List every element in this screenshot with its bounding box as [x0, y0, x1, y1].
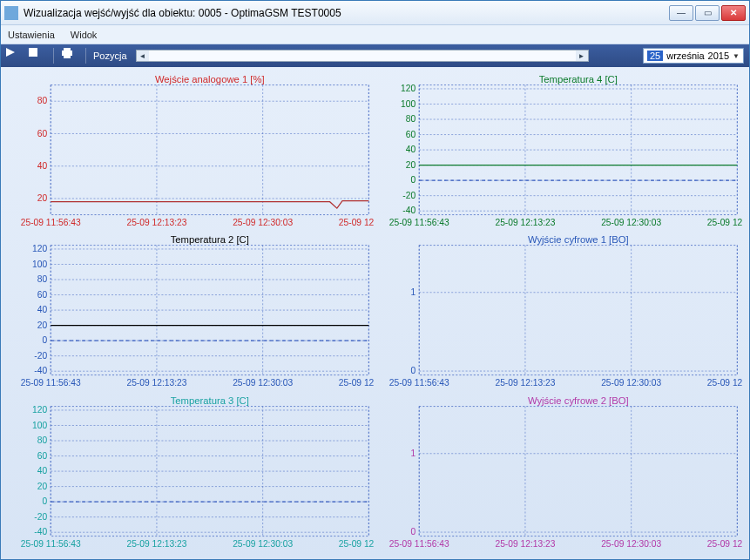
date-day: 25	[647, 51, 663, 61]
svg-text:Temperatura 2 [C]: Temperatura 2 [C]	[171, 235, 249, 246]
svg-rect-4	[64, 55, 71, 58]
toolbar: Pozycja ◄ ► 25 września 2015 ▼	[1, 44, 749, 67]
svg-text:Wejście analogowe 1 [%]: Wejście analogowe 1 [%]	[155, 74, 265, 84]
scroll-left-icon[interactable]: ◄	[137, 51, 149, 61]
svg-text:-20: -20	[34, 511, 47, 521]
svg-text:80: 80	[37, 274, 48, 284]
svg-text:25-09 12:13:23: 25-09 12:13:23	[126, 539, 186, 549]
chart-ch5[interactable]: 01Wyjście cyfrowe 2 [BO]25-09 11:56:4325…	[376, 394, 743, 552]
toolbar-separator	[53, 48, 54, 64]
play-button[interactable]	[6, 48, 24, 64]
svg-text:-20: -20	[402, 191, 416, 200]
play-icon	[6, 48, 24, 64]
svg-text:60: 60	[37, 450, 48, 460]
svg-text:25-09 12:46:43: 25-09 12:46:43	[706, 539, 742, 549]
svg-text:25-09 12:13:23: 25-09 12:13:23	[126, 378, 186, 388]
svg-text:40: 40	[37, 305, 48, 314]
svg-text:25-09 11:56:43: 25-09 11:56:43	[21, 218, 81, 227]
menubar: Ustawienia Widok	[1, 25, 749, 44]
svg-text:25-09 12:46:43: 25-09 12:46:43	[339, 378, 375, 388]
svg-text:25-09 11:56:43: 25-09 11:56:43	[21, 378, 81, 388]
svg-text:25-09 12:13:23: 25-09 12:13:23	[495, 378, 555, 388]
position-scrollbar[interactable]: ◄ ►	[136, 50, 589, 62]
stop-icon	[29, 48, 46, 64]
svg-text:-40: -40	[34, 527, 47, 536]
svg-text:40: 40	[37, 466, 48, 476]
svg-text:1: 1	[410, 287, 416, 297]
close-button[interactable]: ✕	[721, 5, 746, 21]
svg-rect-3	[64, 48, 71, 51]
chart-ch0[interactable]: 20406080Wejście analogowe 1 [%]25-09 11:…	[8, 72, 375, 231]
svg-text:25-09 12:13:23: 25-09 12:13:23	[495, 539, 555, 549]
svg-rect-134	[419, 406, 737, 536]
svg-text:25-09 12:13:23: 25-09 12:13:23	[495, 218, 555, 227]
toolbar-separator	[85, 48, 86, 64]
maximize-button[interactable]: ▭	[695, 5, 720, 21]
svg-text:60: 60	[405, 130, 416, 139]
svg-text:25-09 12:30:03: 25-09 12:30:03	[601, 218, 661, 227]
svg-text:Temperatura 4 [C]: Temperatura 4 [C]	[538, 74, 617, 84]
svg-text:25-09 12:46:43: 25-09 12:46:43	[339, 218, 375, 227]
svg-text:0: 0	[42, 336, 47, 346]
chart-ch4[interactable]: -40-20020406080100120Temperatura 3 [C]25…	[8, 394, 375, 552]
titlebar[interactable]: Wizualizacja wejść/wyjść dla obiektu: 00…	[1, 1, 749, 25]
svg-text:-40: -40	[402, 206, 416, 215]
svg-text:25-09 12:30:03: 25-09 12:30:03	[233, 218, 293, 227]
svg-text:25-09 12:46:43: 25-09 12:46:43	[706, 378, 742, 388]
svg-text:20: 20	[405, 160, 416, 170]
app-window: Wizualizacja wejść/wyjść dla obiektu: 00…	[0, 0, 750, 560]
scroll-right-icon[interactable]: ►	[576, 51, 588, 61]
svg-text:25-09 12:46:43: 25-09 12:46:43	[706, 218, 742, 227]
svg-text:120: 120	[32, 405, 47, 415]
menu-settings[interactable]: Ustawienia	[8, 30, 55, 40]
svg-text:25-09 12:30:03: 25-09 12:30:03	[233, 378, 293, 388]
minimize-button[interactable]: —	[669, 5, 693, 21]
svg-rect-17	[51, 85, 368, 215]
chart-ch1[interactable]: -40-20020406080100120Temperatura 4 [C]25…	[376, 72, 743, 231]
svg-text:80: 80	[37, 435, 48, 445]
svg-text:25-09 12:30:03: 25-09 12:30:03	[601, 378, 661, 388]
svg-text:-40: -40	[34, 367, 47, 376]
svg-text:Temperatura 3 [C]: Temperatura 3 [C]	[171, 395, 249, 406]
print-button[interactable]	[61, 48, 78, 64]
date-picker[interactable]: 25 września 2015 ▼	[643, 48, 744, 64]
svg-text:25-09 12:30:03: 25-09 12:30:03	[233, 539, 293, 549]
svg-text:0: 0	[410, 527, 416, 536]
svg-text:40: 40	[37, 161, 48, 171]
svg-text:120: 120	[401, 84, 416, 93]
svg-text:1: 1	[410, 448, 416, 457]
svg-text:0: 0	[42, 496, 47, 506]
svg-text:-20: -20	[34, 351, 47, 361]
svg-text:25-09 12:13:23: 25-09 12:13:23	[126, 218, 186, 227]
chart-ch2[interactable]: -40-20020406080100120Temperatura 2 [C]25…	[8, 233, 375, 391]
position-label: Pozycja	[93, 51, 127, 61]
print-icon	[61, 48, 78, 64]
svg-text:25-09 11:56:43: 25-09 11:56:43	[21, 539, 81, 549]
chart-ch3[interactable]: 01Wyjście cyfrowe 1 [BO]25-09 11:56:4325…	[376, 233, 743, 391]
svg-text:25-09 12:30:03: 25-09 12:30:03	[601, 539, 661, 549]
svg-text:Wyjście cyfrowe 1 [BO]: Wyjście cyfrowe 1 [BO]	[527, 235, 628, 246]
stop-button[interactable]	[29, 48, 46, 64]
svg-text:25-09 12:46:43: 25-09 12:46:43	[339, 539, 375, 549]
svg-text:0: 0	[410, 366, 416, 375]
svg-text:100: 100	[401, 99, 416, 109]
svg-text:100: 100	[32, 260, 47, 269]
date-month: września	[666, 51, 704, 61]
svg-text:40: 40	[405, 145, 416, 154]
svg-text:20: 20	[37, 481, 48, 490]
menu-view[interactable]: Widok	[71, 30, 98, 40]
svg-text:20: 20	[37, 193, 48, 203]
svg-text:60: 60	[37, 290, 48, 300]
svg-text:25-09 11:56:43: 25-09 11:56:43	[389, 218, 449, 227]
svg-text:20: 20	[37, 320, 48, 330]
svg-marker-0	[6, 48, 15, 57]
window-title: Wizualizacja wejść/wyjść dla obiektu: 00…	[24, 7, 669, 19]
scroll-track[interactable]	[149, 51, 576, 61]
svg-text:0: 0	[410, 175, 416, 185]
app-icon	[4, 6, 18, 20]
svg-text:80: 80	[37, 96, 48, 105]
svg-text:60: 60	[37, 129, 48, 138]
date-year: 2015	[708, 51, 729, 61]
svg-text:25-09 11:56:43: 25-09 11:56:43	[389, 378, 449, 388]
svg-rect-91	[419, 246, 737, 375]
